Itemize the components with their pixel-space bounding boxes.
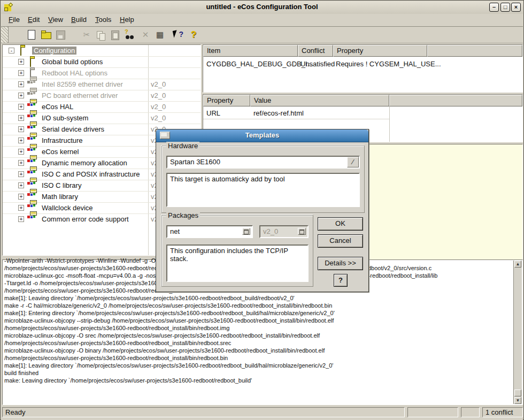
row-divider [203, 119, 389, 119]
expand-icon[interactable]: + [18, 194, 24, 200]
dialog-title: Templates [156, 131, 368, 139]
expand-icon[interactable]: + [18, 216, 24, 222]
context-help-question-glyph: ? [179, 30, 183, 39]
column-header-conflict[interactable]: Conflict [298, 45, 333, 57]
minimize-button[interactable]: – [489, 3, 499, 12]
copy-icon [97, 31, 103, 39]
expand-icon[interactable]: + [18, 126, 24, 132]
scroll-up-arrow-icon[interactable]: ▲ [514, 261, 521, 268]
menu-build[interactable]: Build [71, 16, 87, 24]
cancel-button[interactable]: Cancel [318, 234, 363, 248]
property-value: ref/ecos-ref.html [253, 109, 304, 117]
hardware-combo[interactable]: Spartan 3E1600 ∕ [166, 156, 360, 169]
column-header-property[interactable]: Property [203, 95, 250, 106]
column-header-item[interactable]: Item [203, 45, 298, 57]
packages-combo[interactable]: net [166, 225, 253, 238]
package-version-combo: v2_0 [259, 225, 309, 238]
tree-row-configuration[interactable]: - Configuration [3, 45, 201, 57]
expand-icon[interactable]: + [18, 171, 24, 177]
conflict-item: CYGDBG_HAL_DEBUG_GDB_I... [206, 60, 313, 68]
window-title: untitled - eCos Configuration Tool [1, 3, 523, 11]
toolbar: ✂ ? ✕ ▦ ? ? [1, 27, 523, 43]
cut-icon: ✂ [80, 28, 93, 41]
resolve-conflicts-button: ✕ [139, 28, 152, 41]
expand-icon[interactable]: + [18, 182, 24, 188]
templates-dialog: Templates Hardware Spartan 3E1600 ∕ This… [156, 129, 369, 292]
version-value: v2_0 [151, 80, 166, 88]
menu-view[interactable]: View [48, 16, 63, 24]
packages-description: This configuration includes the TCP/IP s… [166, 245, 309, 282]
new-file-icon [28, 30, 35, 40]
dialog-title-bar[interactable]: Templates [156, 129, 368, 142]
open-folder-icon [41, 32, 51, 39]
expand-icon[interactable]: + [18, 93, 24, 98]
main-window: untitled - eCos Configuration Tool – □ ×… [0, 0, 524, 420]
about-question-icon: ? [187, 28, 200, 41]
resolve-conflicts-icon: ✕ [139, 28, 152, 41]
details-button[interactable]: Details >> [318, 257, 363, 270]
dropdown-button-icon [298, 228, 306, 235]
column-header-property[interactable]: Property [333, 45, 427, 57]
open-file-button[interactable] [40, 28, 52, 41]
expand-icon[interactable]: + [18, 104, 24, 110]
build-library-button[interactable]: ▦ [153, 28, 166, 41]
collapse-icon[interactable]: - [9, 48, 14, 54]
conflict-count: 1 conflict [482, 407, 523, 417]
tree-row-global-build-options[interactable]: + Global build options [3, 57, 201, 68]
status-message: Ready [2, 407, 405, 417]
hardware-description: This target is automaticky add by tool [166, 173, 360, 207]
ecos-configuration-tool-window: untitled - eCos Configuration Tool – □ ×… [0, 0, 524, 420]
ok-button[interactable]: OK [318, 217, 363, 231]
package-version-value: v2_0 [263, 227, 278, 235]
new-file-button[interactable] [25, 28, 38, 41]
expand-icon[interactable]: + [18, 59, 24, 65]
context-help-button[interactable]: ? [171, 28, 184, 41]
title-bar[interactable]: untitled - eCos Configuration Tool – □ × [1, 1, 523, 14]
dropdown-button-icon[interactable] [242, 228, 250, 235]
paste-icon [111, 30, 119, 40]
version-value: v2_0 [151, 114, 166, 122]
copy-button [95, 28, 107, 41]
find-button[interactable]: ? [124, 28, 136, 41]
version-value: v2_0 [151, 91, 166, 100]
conflict-type: Unsatisfied [300, 60, 335, 68]
folder-icon [30, 58, 31, 67]
expand-icon[interactable]: + [18, 138, 24, 143]
menu-help[interactable]: Help [120, 16, 134, 24]
column-header-filler [427, 45, 522, 57]
expand-icon[interactable]: + [18, 115, 24, 121]
about-button[interactable]: ? [187, 28, 200, 41]
menu-bar: File Edit View Build Tools Help [1, 14, 523, 27]
find-question-glyph: ? [125, 28, 128, 35]
expand-icon[interactable]: + [18, 70, 24, 76]
conflict-property: Requires ! CYGSEM_HAL_USE... [336, 60, 441, 68]
menu-file[interactable]: File [9, 16, 20, 24]
expand-icon[interactable]: + [18, 81, 24, 87]
expand-icon[interactable]: + [18, 205, 24, 211]
expand-icon[interactable]: + [18, 160, 24, 166]
packages-combo-value: net [170, 227, 180, 235]
menu-tools[interactable]: Tools [95, 16, 111, 24]
status-panel-3 [461, 407, 480, 417]
binoculars-icon [126, 35, 129, 39]
toolbar-grip[interactable] [1, 27, 9, 43]
hardware-group-label: Hardware [166, 142, 199, 150]
log-vertical-scrollbar[interactable]: ▲ ▼ [513, 261, 522, 404]
tree-label-selected[interactable]: Configuration [32, 47, 76, 55]
conflicts-header-row: Item Conflict Property [203, 45, 522, 57]
column-header-value[interactable]: Value [250, 95, 389, 106]
scrollbar-thumb[interactable] [514, 390, 521, 396]
hardware-combo-value: Spartan 3E1600 [170, 158, 220, 166]
status-bar: Ready 1 conflict [1, 406, 523, 418]
scroll-down-arrow-icon[interactable]: ▼ [514, 397, 521, 404]
cursor-arrow-icon [173, 30, 179, 37]
expand-icon[interactable]: + [18, 149, 24, 155]
close-button[interactable]: × [511, 3, 521, 12]
menu-edit[interactable]: Edit [28, 16, 40, 24]
value-column-divider [389, 106, 390, 142]
column-header-filler [389, 95, 522, 106]
dialog-help-button[interactable]: ? [334, 274, 348, 287]
maximize-button[interactable]: □ [500, 3, 510, 12]
dropdown-arrow-icon[interactable]: ∕ [347, 157, 359, 167]
packages-group-label: Packages [166, 211, 200, 219]
